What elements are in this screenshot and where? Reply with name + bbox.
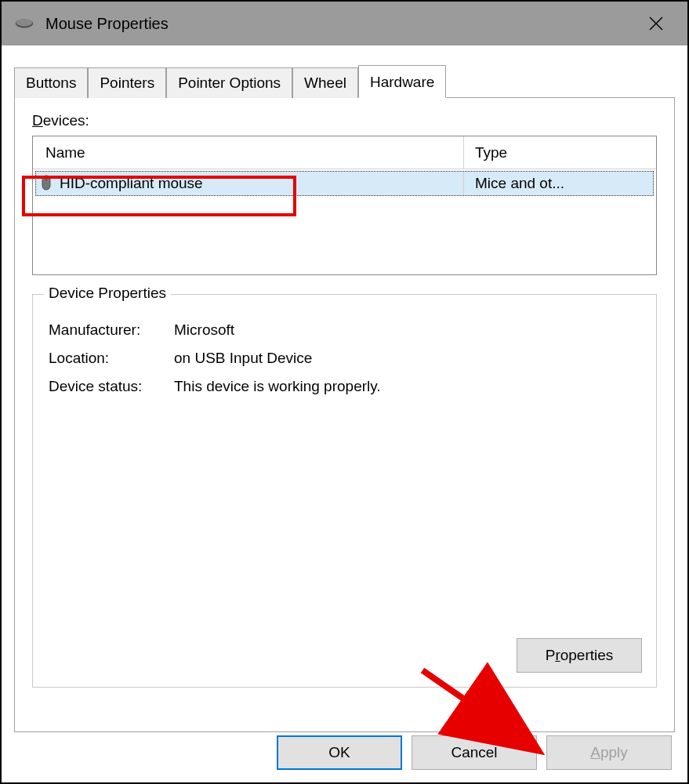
tab-pointer-options[interactable]: Pointer Options — [166, 67, 292, 98]
device-name-text: HID-compliant mouse — [60, 175, 203, 192]
tab-wheel[interactable]: Wheel — [292, 67, 358, 98]
device-status-label: Device status: — [49, 378, 174, 395]
apply-button[interactable]: Apply — [546, 735, 672, 770]
device-row[interactable]: HID-compliant mouse Mice and ot... — [35, 171, 654, 196]
properties-btn-prefix: P — [546, 647, 556, 664]
tab-buttons[interactable]: Buttons — [14, 67, 88, 98]
cancel-button[interactable]: Cancel — [412, 735, 537, 770]
svg-point-1 — [16, 19, 32, 26]
device-properties-legend: Device Properties — [44, 285, 171, 302]
devices-label: Devices: — [32, 112, 657, 129]
properties-button[interactable]: Properties — [517, 638, 642, 673]
location-value: on USB Input Device — [174, 350, 640, 367]
device-row-type: Mice and ot... — [464, 172, 653, 195]
dialog-window: Mouse Properties Buttons Pointers Pointe… — [0, 0, 689, 784]
location-label: Location: — [49, 350, 174, 367]
tab-page-hardware: Devices: Name Type HID-compliant — [14, 97, 675, 732]
dialog-button-row: OK Cancel Apply — [277, 735, 672, 770]
mouse-icon — [13, 16, 36, 31]
window-title: Mouse Properties — [45, 15, 169, 33]
apply-accel: A — [590, 744, 600, 761]
tab-pointers[interactable]: Pointers — [88, 67, 166, 98]
tab-strip: Buttons Pointers Pointer Options Wheel H… — [14, 61, 675, 97]
dialog-content: Buttons Pointers Pointer Options Wheel H… — [2, 45, 687, 782]
manufacturer-value: Microsoft — [174, 321, 640, 339]
properties-btn-suffix: operties — [560, 647, 614, 664]
manufacturer-label: Manufacturer: — [49, 321, 174, 339]
close-button[interactable] — [633, 2, 680, 45]
devices-header: Name Type — [33, 136, 656, 169]
apply-suffix: pply — [600, 744, 628, 761]
ok-button[interactable]: OK — [277, 735, 402, 770]
mouse-device-icon — [41, 175, 55, 192]
titlebar: Mouse Properties — [2, 2, 687, 45]
devices-list: Name Type HID-compliant mouse Mice and — [32, 136, 657, 275]
column-type[interactable]: Type — [464, 136, 656, 169]
device-properties-group: Device Properties Manufacturer: Microsof… — [32, 294, 657, 688]
tab-hardware[interactable]: Hardware — [358, 65, 446, 98]
device-status-value: This device is working properly. — [174, 378, 640, 395]
device-row-name: HID-compliant mouse — [36, 172, 464, 195]
column-name[interactable]: Name — [33, 136, 464, 169]
